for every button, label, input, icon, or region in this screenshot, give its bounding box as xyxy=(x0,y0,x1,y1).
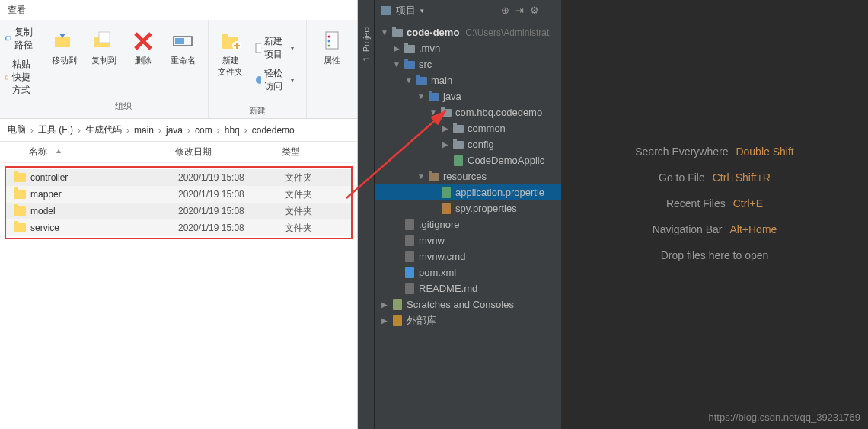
tree-node[interactable]: .gitignore xyxy=(375,216,561,232)
tree-arrow-icon[interactable]: ▶ xyxy=(442,140,449,149)
col-header-date[interactable]: 修改日期 xyxy=(175,146,282,158)
svg-rect-4 xyxy=(55,37,70,47)
file-row[interactable]: model2020/1/19 15:08文件夹 xyxy=(6,203,351,219)
easy-access-button[interactable]: 轻松访问 ▾ xyxy=(253,66,295,94)
editor-hint: Navigation BarAlt+Home xyxy=(653,223,777,235)
hint-label: Go to File xyxy=(659,171,705,184)
folder-icon xyxy=(392,29,403,37)
file-date: 2020/1/19 15:08 xyxy=(178,172,285,183)
copy-to-button[interactable]: 复制到 xyxy=(85,27,123,68)
file-date: 2020/1/19 15:08 xyxy=(178,223,285,233)
tree-node[interactable]: ▶外部库 xyxy=(375,312,561,328)
hint-label: Navigation Bar xyxy=(653,223,723,235)
new-folder-button[interactable]: 新建 文件夹 xyxy=(215,27,247,79)
col-header-name[interactable]: 名称 xyxy=(0,146,175,158)
tree-node[interactable]: ▼resources xyxy=(375,168,561,184)
tree-arrow-icon[interactable]: ▶ xyxy=(381,316,388,325)
tree-node[interactable]: mvnw xyxy=(375,232,561,248)
breadcrumb-separator: › xyxy=(184,125,193,136)
tree-node[interactable]: mvnw.cmd xyxy=(375,248,561,264)
project-tree[interactable]: ▼code-demoC:\Users\Administrat▶.mvn▼src▼… xyxy=(375,21,561,429)
chevron-down-icon[interactable]: ▾ xyxy=(420,7,424,14)
tree-node[interactable]: ▼code-demoC:\Users\Administrat xyxy=(375,24,561,40)
resources-folder-icon xyxy=(429,173,439,181)
project-tool-tab[interactable]: 1: Project xyxy=(358,0,375,429)
menu-view[interactable]: 查看 xyxy=(8,4,26,17)
chevron-down-icon: ▾ xyxy=(291,77,294,84)
collapse-icon[interactable]: ⇥ xyxy=(515,5,524,16)
tree-node[interactable]: ▼com.hbq.codedemo xyxy=(375,104,561,120)
tree-node[interactable]: ▼src xyxy=(375,56,561,72)
breadcrumb-segment[interactable]: 工具 (F:) xyxy=(37,123,75,136)
breadcrumb-segment[interactable]: 生成代码 xyxy=(84,123,123,136)
svg-rect-3 xyxy=(6,76,8,78)
tree-node[interactable]: pom.xml xyxy=(375,264,561,280)
drop-hint: Drop files here to open xyxy=(661,249,769,261)
breadcrumb-segment[interactable]: java xyxy=(164,125,184,136)
hint-shortcut: Ctrl+E xyxy=(733,197,763,210)
folder-icon xyxy=(14,206,26,216)
tree-node[interactable]: CodeDemoApplic xyxy=(375,152,561,168)
tree-node[interactable]: ▼java xyxy=(375,88,561,104)
tree-node[interactable]: ▶Scratches and Consoles xyxy=(375,296,561,312)
java-file-icon xyxy=(454,155,463,166)
delete-icon xyxy=(131,29,155,53)
target-icon[interactable]: ⊕ xyxy=(501,5,509,16)
svg-rect-14 xyxy=(326,32,338,49)
tree-arrow-icon[interactable]: ▼ xyxy=(381,28,388,37)
tree-arrow-icon[interactable]: ▼ xyxy=(417,172,425,181)
copy-to-icon xyxy=(91,29,116,53)
tree-arrow-icon[interactable]: ▶ xyxy=(381,300,388,309)
breadcrumb-bar[interactable]: 电脑›工具 (F:)›生成代码›main›java›com›hbq›codede… xyxy=(0,119,357,142)
breadcrumb-separator: › xyxy=(155,125,164,136)
tree-node[interactable]: README.md xyxy=(375,280,561,296)
svg-rect-1 xyxy=(6,37,10,40)
tree-arrow-icon[interactable]: ▼ xyxy=(417,92,425,101)
tree-arrow-icon[interactable]: ▶ xyxy=(393,44,400,53)
tree-label: config xyxy=(468,139,494,150)
move-to-button[interactable]: 移动到 xyxy=(45,27,83,68)
file-icon xyxy=(405,251,414,262)
file-row[interactable]: service2020/1/19 15:08文件夹 xyxy=(6,219,351,236)
breadcrumb-segment[interactable]: codedemo xyxy=(251,125,296,136)
tree-node[interactable]: application.propertie xyxy=(375,184,561,200)
tree-node[interactable]: ▶common xyxy=(375,120,561,136)
tree-node[interactable]: ▶.mvn xyxy=(375,40,561,56)
breadcrumb-segment[interactable]: hbq xyxy=(223,125,241,136)
file-row[interactable]: mapper2020/1/19 15:08文件夹 xyxy=(6,186,351,203)
svg-point-13 xyxy=(256,76,261,84)
properties-button[interactable]: 属性 xyxy=(313,27,351,68)
svg-point-15 xyxy=(328,36,330,38)
col-header-type[interactable]: 类型 xyxy=(282,146,327,158)
tree-node[interactable]: ▼main xyxy=(375,72,561,88)
tree-arrow-icon[interactable]: ▼ xyxy=(393,60,400,69)
tree-label: .mvn xyxy=(419,43,440,54)
tree-label: .gitignore xyxy=(419,219,459,230)
breadcrumb-segment[interactable]: main xyxy=(132,125,155,136)
gear-icon[interactable]: ⚙ xyxy=(530,5,539,16)
library-icon xyxy=(393,315,402,326)
tree-label: src xyxy=(419,59,432,70)
tree-arrow-icon[interactable]: ▶ xyxy=(442,124,449,133)
tree-arrow-icon[interactable]: ▼ xyxy=(429,108,437,117)
rename-button[interactable]: 重命名 xyxy=(164,27,202,68)
new-folder-icon xyxy=(219,29,243,53)
delete-button[interactable]: 删除 xyxy=(124,27,162,68)
source-folder-icon xyxy=(404,61,415,69)
copy-path-button[interactable]: 复制路径 xyxy=(3,24,36,53)
file-row[interactable]: controller2020/1/19 15:08文件夹 xyxy=(6,169,351,186)
new-item-button[interactable]: 新建项目 ▾ xyxy=(253,34,295,62)
breadcrumb-separator: › xyxy=(27,125,37,136)
breadcrumb-segment[interactable]: com xyxy=(193,125,214,136)
tree-arrow-icon[interactable]: ▼ xyxy=(405,76,413,85)
paste-shortcut-button[interactable]: 粘贴快捷方式 xyxy=(3,56,36,98)
folder-icon xyxy=(14,190,26,199)
folder-icon xyxy=(453,125,464,133)
ribbon-group-new: 新建 文件夹 新建项目 ▾ 轻松访问 ▾ 新建 xyxy=(209,20,307,118)
breadcrumb-segment[interactable]: 电脑 xyxy=(6,123,27,136)
file-icon xyxy=(405,235,414,246)
hide-icon[interactable]: — xyxy=(545,5,555,16)
tree-node[interactable]: ▶config xyxy=(375,136,561,152)
project-panel: 项目 ▾ ⊕ ⇥ ⚙ — ▼code-demoC:\Users\Administ… xyxy=(375,0,561,429)
tree-node[interactable]: spy.properties xyxy=(375,200,561,216)
